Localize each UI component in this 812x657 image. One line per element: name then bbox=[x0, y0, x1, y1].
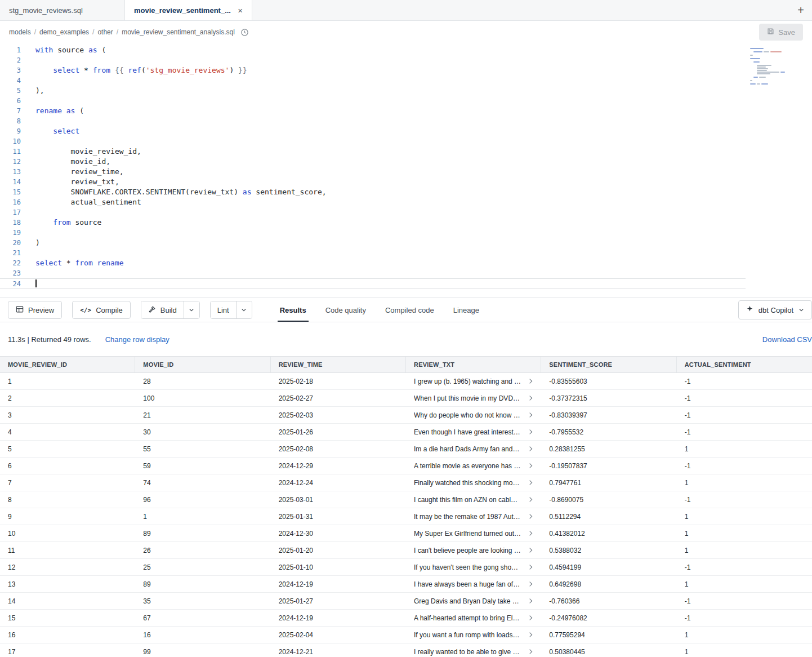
expand-row-icon[interactable] bbox=[528, 396, 532, 400]
line-number: 19 bbox=[0, 228, 21, 238]
line-number: 3 bbox=[0, 65, 21, 76]
result-tab-results[interactable]: Results bbox=[270, 298, 316, 322]
build-button[interactable]: Build bbox=[141, 301, 184, 318]
code-line-23[interactable]: 23 bbox=[0, 268, 746, 278]
download-csv-link[interactable]: Download CSV bbox=[762, 335, 812, 344]
line-number: 4 bbox=[0, 76, 21, 86]
code-line-3[interactable]: 3 select * from {{ ref('stg_movie_review… bbox=[0, 65, 746, 76]
code-line-9[interactable]: 9 select bbox=[0, 126, 746, 136]
expand-row-icon[interactable] bbox=[528, 514, 532, 518]
dbt-copilot-button[interactable]: dbt Copilot bbox=[738, 300, 812, 319]
code-line-8[interactable]: 8 bbox=[0, 116, 746, 126]
code-line-21[interactable]: 21 bbox=[0, 248, 746, 258]
code-line-24[interactable]: 24 bbox=[0, 278, 746, 288]
cell-review_txt: Im a die hard Dads Army fan and nothi… bbox=[406, 441, 541, 457]
cell-movie_review_id: 17 bbox=[0, 643, 135, 657]
line-number: 23 bbox=[0, 268, 21, 278]
expand-row-icon[interactable] bbox=[528, 565, 532, 569]
sync-icon[interactable] bbox=[240, 28, 249, 37]
results-toolbar: Preview </> Compile Build Lint bbox=[0, 298, 812, 322]
lint-split-button: Lint bbox=[210, 301, 252, 319]
code-line-5[interactable]: 5), bbox=[0, 86, 746, 96]
result-tab-compiled-code[interactable]: Compiled code bbox=[376, 298, 444, 322]
result-tab-lineage[interactable]: Lineage bbox=[444, 298, 489, 322]
column-header-actual_sentiment[interactable]: ACTUAL_SENTIMENT bbox=[677, 357, 812, 372]
expand-row-icon[interactable] bbox=[528, 598, 532, 603]
breadcrumb-item[interactable]: models bbox=[9, 28, 31, 36]
code-line-2[interactable]: 2 bbox=[0, 55, 746, 65]
tab-stg-movie-reviews[interactable]: stg_movie_reviews.sql bbox=[0, 0, 125, 20]
save-button[interactable]: Save bbox=[759, 24, 803, 41]
expand-row-icon[interactable] bbox=[528, 548, 532, 552]
table-row: 7742024-12-24Finally watched this shocki… bbox=[0, 474, 812, 491]
cell-movie_review_id: 13 bbox=[0, 576, 135, 592]
expand-row-icon[interactable] bbox=[528, 531, 532, 535]
code-line-22[interactable]: 22select * from rename bbox=[0, 258, 746, 268]
expand-row-icon[interactable] bbox=[528, 463, 532, 468]
cell-review_txt: My Super Ex Girlfriend turned out to b… bbox=[406, 525, 541, 541]
code-line-16[interactable]: 16 actual_sentiment bbox=[0, 197, 746, 207]
cell-sentiment_score: 0.28381255 bbox=[541, 441, 676, 457]
cell-movie_review_id: 16 bbox=[0, 627, 135, 643]
column-header-sentiment_score[interactable]: SENTIMENT_SCORE bbox=[541, 357, 676, 372]
code-text: SNOWFLAKE.CORTEX.SENTIMENT(review_txt) a… bbox=[21, 187, 327, 197]
expand-row-icon[interactable] bbox=[528, 412, 532, 417]
expand-row-icon[interactable] bbox=[528, 649, 532, 654]
expand-row-icon[interactable] bbox=[528, 446, 532, 451]
code-line-6[interactable]: 6 bbox=[0, 96, 746, 106]
code-line-19[interactable]: 19 bbox=[0, 228, 746, 238]
expand-row-icon[interactable] bbox=[528, 480, 532, 485]
column-header-movie_id[interactable]: MOVIE_ID bbox=[135, 357, 270, 372]
review-text: I can't believe people are looking for a… bbox=[414, 547, 521, 554]
code-line-7[interactable]: 7rename as ( bbox=[0, 106, 746, 116]
lint-dropdown-button[interactable] bbox=[236, 301, 252, 318]
results-table: MOVIE_REVIEW_IDMOVIE_IDREVIEW_TIMEREVIEW… bbox=[0, 356, 812, 657]
close-tab-icon[interactable]: × bbox=[238, 6, 243, 15]
cell-movie_id: 100 bbox=[135, 390, 270, 406]
column-header-review_txt[interactable]: REVIEW_TXT bbox=[406, 357, 541, 372]
preview-button[interactable]: Preview bbox=[8, 301, 62, 319]
column-header-review_time[interactable]: REVIEW_TIME bbox=[271, 357, 406, 372]
code-line-10[interactable]: 10 bbox=[0, 136, 746, 147]
line-number: 1 bbox=[0, 45, 21, 55]
expand-row-icon[interactable] bbox=[528, 497, 532, 501]
cell-movie_id: 99 bbox=[135, 643, 270, 657]
code-line-17[interactable]: 17 bbox=[0, 207, 746, 217]
code-line-15[interactable]: 15 SNOWFLAKE.CORTEX.SENTIMENT(review_txt… bbox=[0, 187, 746, 197]
expand-row-icon[interactable] bbox=[528, 429, 532, 434]
result-tab-code-quality[interactable]: Code quality bbox=[316, 298, 376, 322]
cell-review_txt: A half-hearted attempt to bring Elvis P… bbox=[406, 610, 541, 626]
code-line-18[interactable]: 18 from source bbox=[0, 217, 746, 228]
code-editor[interactable]: 1with source as (23 select * from {{ ref… bbox=[0, 43, 812, 298]
code-line-12[interactable]: 12 movie_id, bbox=[0, 157, 746, 167]
expand-row-icon[interactable] bbox=[528, 615, 532, 620]
change-row-display-link[interactable]: Change row display bbox=[105, 335, 169, 344]
code-line-1[interactable]: 1with source as ( bbox=[0, 45, 746, 55]
review-text: I grew up (b. 1965) watching and lovin… bbox=[414, 378, 521, 385]
code-line-4[interactable]: 4 bbox=[0, 76, 746, 86]
breadcrumb-item[interactable]: demo_examples bbox=[39, 28, 89, 36]
new-tab-button[interactable]: + bbox=[789, 0, 812, 20]
breadcrumb-separator: / bbox=[117, 28, 118, 36]
line-number: 18 bbox=[0, 217, 21, 228]
table-row: 14352025-01-27Greg Davis and Bryan Daly … bbox=[0, 593, 812, 610]
code-line-13[interactable]: 13 review_time, bbox=[0, 167, 746, 177]
cell-movie_id: 21 bbox=[135, 407, 270, 423]
column-header-movie_review_id[interactable]: MOVIE_REVIEW_ID bbox=[0, 357, 135, 372]
minimap[interactable] bbox=[750, 48, 787, 85]
build-dropdown-button[interactable] bbox=[184, 301, 199, 318]
expand-row-icon[interactable] bbox=[528, 379, 532, 383]
breadcrumb-item[interactable]: other bbox=[97, 28, 113, 36]
breadcrumb-item[interactable]: movie_review_sentiment_analysis.sql bbox=[122, 28, 235, 36]
compile-button[interactable]: </> Compile bbox=[72, 301, 131, 319]
tab-movie-review-sentiment-analysis[interactable]: movie_review_sentiment_... × bbox=[125, 0, 252, 20]
expand-row-icon[interactable] bbox=[528, 632, 532, 637]
table-row: 21002025-02-27When I put this movie in m… bbox=[0, 390, 812, 407]
cell-movie_id: 25 bbox=[135, 559, 270, 575]
code-line-11[interactable]: 11 movie_review_id, bbox=[0, 147, 746, 157]
code-line-20[interactable]: 20) bbox=[0, 238, 746, 248]
chevron-down-icon bbox=[798, 306, 804, 314]
lint-button[interactable]: Lint bbox=[211, 301, 236, 318]
expand-row-icon[interactable] bbox=[528, 581, 532, 586]
code-line-14[interactable]: 14 review_txt, bbox=[0, 177, 746, 187]
